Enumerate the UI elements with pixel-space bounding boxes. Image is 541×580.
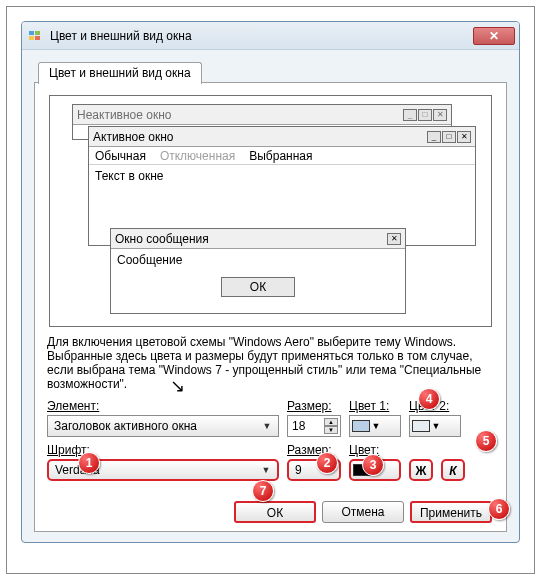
preview-message-window: Окно сообщения ✕ Сообщение ОК: [110, 228, 406, 314]
element-combo[interactable]: Заголовок активного окна▼: [47, 415, 279, 437]
max-icon: □: [442, 131, 456, 143]
ok-button[interactable]: ОК: [234, 501, 316, 523]
min-icon: _: [403, 109, 417, 121]
close-icon: ✕: [387, 233, 401, 245]
preview-area: Неактивное окно _ □ ✕ Активное окно _ □ …: [49, 95, 492, 327]
marker-6: 6: [488, 498, 510, 520]
svg-rect-1: [35, 31, 40, 35]
active-titlebar: Активное окно _ □ ✕: [89, 127, 475, 147]
size1-label: Размер:: [287, 399, 341, 413]
cursor-arrow-icon: ↘: [170, 375, 185, 397]
app-icon: [26, 27, 44, 45]
row-font: Шрифт: Verdana▼ Размер: 9▼ Цвет: ▼ Ж К: [45, 443, 496, 481]
svg-rect-0: [29, 31, 34, 35]
marker-7: 7: [252, 480, 274, 502]
marker-4: 4: [418, 388, 440, 410]
marker-3: 3: [362, 454, 384, 476]
bold-toggle[interactable]: Ж: [409, 459, 433, 481]
cancel-button[interactable]: Отмена: [322, 501, 404, 523]
svg-rect-2: [29, 36, 34, 40]
apply-button[interactable]: Применить: [410, 501, 492, 523]
preview-ok-button: ОК: [221, 277, 295, 297]
msg-body: Сообщение: [111, 249, 405, 271]
titlebar: Цвет и внешний вид окна ✕: [22, 22, 519, 50]
preview-menu: ОбычнаяОтключеннаяВыбранная: [89, 147, 475, 165]
chevron-down-icon: ▼: [260, 421, 274, 431]
italic-toggle[interactable]: К: [441, 459, 465, 481]
msg-titlebar: Окно сообщения ✕: [111, 229, 405, 249]
tab-appearance[interactable]: Цвет и внешний вид окна: [38, 62, 202, 84]
close-button[interactable]: ✕: [473, 27, 515, 45]
color1-label: Цвет 1:: [349, 399, 401, 413]
inactive-titlebar: Неактивное окно _ □ ✕: [73, 105, 451, 125]
tab-strip: Цвет и внешний вид окна: [34, 60, 507, 82]
close-icon: ✕: [433, 109, 447, 121]
size1-spin[interactable]: 18▲▼: [287, 415, 341, 437]
marker-1: 1: [78, 452, 100, 474]
button-bar: ОК Отмена Применить: [234, 501, 492, 523]
marker-5: 5: [475, 430, 497, 452]
marker-2: 2: [316, 452, 338, 474]
color-swatch: [412, 420, 430, 432]
color-swatch: [352, 420, 370, 432]
close-icon: ✕: [457, 131, 471, 143]
info-text: Для включения цветовой схемы "Windows Ae…: [47, 335, 494, 391]
max-icon: □: [418, 109, 432, 121]
chevron-down-icon: ▼: [259, 465, 273, 475]
window-title: Цвет и внешний вид окна: [50, 29, 473, 43]
svg-rect-3: [35, 36, 40, 40]
color1-button[interactable]: ▼: [349, 415, 401, 437]
color2-button[interactable]: ▼: [409, 415, 461, 437]
tab-page: Неактивное окно _ □ ✕ Активное окно _ □ …: [34, 82, 507, 532]
element-label: Элемент:: [47, 399, 279, 413]
min-icon: _: [427, 131, 441, 143]
preview-body: Текст в окне: [89, 165, 475, 187]
